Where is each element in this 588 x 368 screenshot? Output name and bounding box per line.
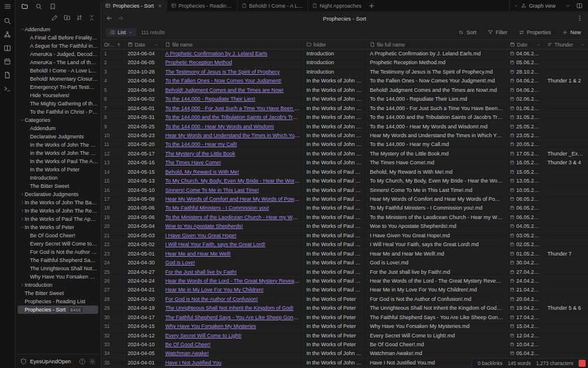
forward-icon[interactable] [117,15,124,22]
file-link[interactable]: To the Fallen Ones - Now Comes Your Judg… [165,78,282,84]
new-tab-icon[interactable] [366,0,377,11]
tree-file[interactable]: In the Works of John The Baptist [18,141,98,149]
back-icon[interactable] [106,15,113,22]
more-options-icon[interactable] [576,15,583,22]
file-link[interactable]: God is Love! [165,260,195,266]
new-folder-icon[interactable] [64,14,71,21]
tree-folder[interactable]: Categories [18,116,98,124]
tree-file[interactable]: A Segue for The Faithful in Christ, ... [18,42,98,50]
tree-file[interactable]: Declarative Judgments [18,132,98,141]
canvas-icon[interactable] [4,44,11,52]
file-link[interactable]: A Prophetic Confirmation by J. Leland Ea… [165,51,268,57]
templates-icon[interactable] [4,71,11,79]
tree-file[interactable]: Be Of Good Cheer! [18,231,98,240]
tree-file[interactable]: Prophecies - SortBASE [18,306,98,314]
filter-button[interactable]: Filter [485,28,510,37]
column-menu-icon[interactable] [536,42,541,47]
collapse-chevron-icon[interactable] [19,117,25,123]
column-menu-icon[interactable] [154,42,159,47]
tree-folder[interactable]: In the Works of Peter [18,223,98,231]
file-link[interactable]: Prophetic Reception Method [165,59,232,65]
collapse-chevron-icon[interactable] [19,200,25,205]
tree-file[interactable]: In the Works of Paul The Apostle [18,157,98,165]
collapse-chevron-icon[interactable] [19,224,25,230]
tree-file[interactable]: The Mighty Gathering of the Faith... [18,100,98,108]
file-link[interactable]: For God is Not the Author of Confusion! [165,296,258,302]
bookmarks-tab-icon[interactable] [49,3,56,10]
file-link[interactable]: Hear Me in My Love For You My Children! [165,287,263,293]
tree-file[interactable]: A Final Call Before Finality Falls on... [18,34,98,42]
file-link[interactable]: Woe to You Apostate Shepherds! [165,223,243,229]
tree-file[interactable]: Behold! Momentary Closure of Te... [18,75,98,83]
file-link[interactable]: Hear My Words and Understand the Times i… [165,132,303,138]
backlinks-count[interactable]: 0 backlinks [477,360,502,366]
file-link[interactable]: To My Church, My Body, Even My Bride - H… [165,178,303,184]
tree-file[interactable]: The Bitter Sweet [18,289,98,297]
tab-graph-view[interactable]: Graph view [509,0,560,11]
quick-switcher-icon[interactable] [4,17,11,25]
view-selector-button[interactable]: List [106,28,136,37]
tree-file[interactable]: For God is Not the Author of Conf... [18,248,98,256]
collapse-chevron-icon[interactable] [19,282,25,288]
tab-prophecies-reading-list[interactable]: Prophecies - Reading List [166,0,237,11]
file-link[interactable]: Sinners! Come To Me in This Last Time! [165,187,259,193]
file-link[interactable]: To the Ministers of the Laodicean Church… [165,214,303,220]
file-link[interactable]: Be Of Good Cheer! [165,342,211,347]
sort-order-icon[interactable] [76,14,83,21]
column-header-date[interactable]: Date [507,40,544,49]
file-link[interactable]: To the 144,000 - Repudiate Their Lies! [165,96,255,102]
file-link[interactable]: Hear My Words of Comfort and Hear My Wor… [165,196,300,202]
tree-folder[interactable]: In the Works of Paul The Apostle [18,215,98,223]
file-link[interactable]: Behold! Judgment Comes and the Times are… [165,87,283,93]
column-header-date[interactable]: Date [125,40,162,49]
collapse-chevron-icon[interactable] [19,191,25,197]
menu-icon[interactable] [4,3,11,10]
status-alert-icon[interactable] [579,360,586,367]
file-link[interactable]: Why Have You Forsaken My Mysteries [165,323,256,329]
tree-folder[interactable]: In the Works of John The Revelator [18,207,98,215]
file-link[interactable]: Behold, My Reward is With Me! [165,169,239,175]
file-link[interactable]: The Mystery of the Little Book [165,151,235,157]
file-link[interactable]: Hear Me and Hear Me Well! [165,251,230,257]
tree-file[interactable]: Every Secret Will Come to Light! [18,240,98,248]
tree-file[interactable]: To the Faithful in Christ - Prepare ... [18,108,98,116]
tree-file[interactable]: The Faithful Shepherd Says - You ... [18,256,98,264]
file-link[interactable]: To the 144,000 - Hear my Call! [165,141,237,147]
vault-switcher[interactable]: EyesUpAndOpen [15,354,101,368]
tree-folder[interactable]: In the Works of John The Baptist [18,198,98,207]
graph-view-icon[interactable] [4,31,11,38]
tab-prophecies-sort[interactable]: Prophecies - Sort [101,0,166,11]
new-note-icon[interactable] [51,14,58,21]
file-link[interactable]: To the 144,000 - For Just Such a Time Yo… [165,105,303,111]
file-link[interactable]: For the Just shall live by Faith! [165,269,237,275]
tree-file[interactable]: In the Works of Peter [18,165,98,174]
command-palette-icon[interactable] [4,85,11,92]
column-menu-icon[interactable] [580,42,585,47]
tree-file[interactable]: AmeruKa - The Land of the Plume... [18,58,98,67]
tree-file[interactable]: Introduction [18,174,98,182]
char-count[interactable]: 1,273 characters [536,360,573,366]
daily-note-icon[interactable] [4,58,11,65]
search-tab-icon[interactable] [35,3,42,10]
column-header-file-full-name[interactable]: file full name [367,40,507,49]
tree-file[interactable]: The Bitter Sweet [18,182,98,190]
sort-button[interactable]: Sort [456,28,479,37]
tree-file[interactable]: The Unrighteous Shall Not Inherit ... [18,264,98,273]
close-tab-icon[interactable] [158,4,162,8]
tree-file[interactable]: AmeruKa - Judged, Decoded, Unv... [18,50,98,58]
tree-file[interactable]: Behold! I Come - A Love Letter of ... [18,67,98,75]
tab-night-approaches[interactable]: Night Approaches [308,0,366,11]
column-header-file-name[interactable]: file name [162,40,303,49]
file-link[interactable]: The Testimony of Jesus is The Spirit of … [165,69,280,75]
file-link[interactable]: Watchman Awake! [165,350,209,356]
collapse-chevron-icon[interactable] [19,26,25,32]
file-link[interactable]: To the 144,000 - Hear My Words and Wisdo… [165,124,274,130]
new-button[interactable]: New [560,28,583,37]
column-header-order[interactable]: Order [101,40,125,49]
tree-file[interactable]: Hide Yourselves! [18,91,98,100]
collapse-all-icon[interactable] [88,14,95,21]
files-tab-icon[interactable] [21,3,28,10]
tree-folder[interactable]: Declarative Judgments [18,190,98,198]
file-link[interactable]: I Will Heal Your Faith, says the Great L… [165,241,265,247]
word-count[interactable]: 145 words [507,360,530,366]
